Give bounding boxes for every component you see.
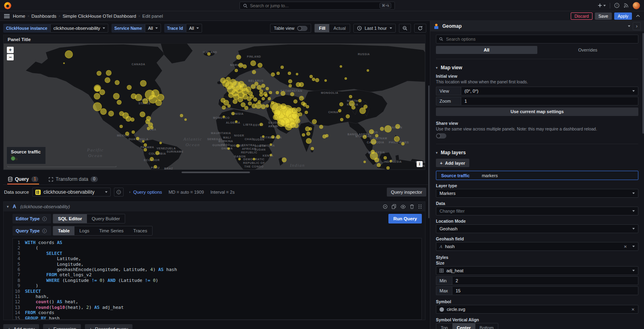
symbol-vertical-align-label: Symbol Vertical Align — [436, 317, 638, 322]
size-field-select[interactable]: adj_heat — [436, 266, 638, 275]
expression-button[interactable]: + Expression — [43, 324, 80, 329]
query-type-logs[interactable]: Logs — [74, 226, 94, 235]
query-row-header[interactable]: ▾ A (clickhouse-observability) — [4, 202, 425, 211]
collapse-chevron-icon[interactable] — [636, 14, 640, 17]
query-type-table[interactable]: Table — [53, 226, 74, 235]
zoom-field-input[interactable]: 1 — [461, 97, 638, 106]
map-marker — [258, 63, 262, 68]
actual-option[interactable]: Actual — [329, 24, 350, 32]
clear-icon[interactable]: ✕ — [624, 244, 627, 249]
layer-type-select[interactable]: Markers — [436, 189, 638, 198]
options-search[interactable] — [436, 35, 638, 43]
map-marker — [140, 80, 147, 87]
map-marker — [394, 136, 400, 142]
variable-value-dropdown[interactable]: clickhouse-observability — [50, 24, 108, 33]
max-input[interactable]: 15 — [452, 286, 638, 295]
sql-code-editor[interactable]: 1WITH coords AS2 (3 SELECT4 Latitude,5 L… — [12, 238, 422, 320]
map-marker — [266, 87, 269, 90]
panel-resize-handle[interactable] — [182, 172, 250, 173]
fill-option[interactable]: Fill — [315, 24, 329, 32]
delete-query-icon[interactable] — [410, 204, 414, 209]
map-marker — [130, 118, 134, 122]
chevron-down-icon[interactable] — [628, 25, 630, 27]
map-zoom-out-button[interactable]: − — [7, 54, 14, 60]
menu-icon[interactable] — [4, 14, 10, 19]
layer-name: Source traffic — [441, 173, 470, 178]
recorded-query-button[interactable]: + Recorded query — [85, 324, 132, 329]
location-mode-select[interactable]: Geohash — [436, 224, 638, 233]
map-view-section-header[interactable]: ▾ Map view — [436, 65, 638, 70]
query-options-label[interactable]: Query options — [133, 190, 162, 195]
run-query-button[interactable]: Run Query — [388, 214, 422, 223]
add-layer-button[interactable]: + Add layer — [436, 159, 469, 167]
grafana-logo-icon[interactable] — [4, 2, 11, 9]
clear-icon[interactable]: ✕ — [632, 307, 635, 312]
map-zoom-in-button[interactable]: + — [7, 47, 14, 53]
user-avatar[interactable] — [633, 2, 640, 9]
add-new-button[interactable] — [598, 3, 606, 8]
news-icon[interactable] — [623, 3, 629, 8]
query-type-time-series[interactable]: Time Series — [94, 226, 128, 235]
min-input[interactable]: 2 — [452, 276, 638, 285]
sidebar-scrollbar[interactable] — [642, 33, 644, 134]
add-query-button[interactable]: + Add query — [3, 324, 39, 329]
refresh-button[interactable] — [414, 24, 426, 33]
valign-center[interactable]: Center — [452, 323, 475, 329]
query-options[interactable]: › Query options — [129, 190, 162, 195]
query-help-icon[interactable] — [383, 204, 388, 209]
discard-button[interactable]: Discard — [571, 12, 592, 20]
breadcrumb-home[interactable]: Home — [13, 14, 25, 19]
zoom-out-time-button[interactable] — [399, 24, 411, 33]
search-input[interactable] — [250, 3, 377, 8]
search-icon — [243, 4, 248, 8]
info-icon[interactable]: i — [42, 229, 47, 233]
disable-query-icon[interactable] — [400, 205, 406, 209]
data-filter-select[interactable]: Change filter — [436, 207, 638, 215]
datasource-help-button[interactable]: ? — [114, 188, 124, 197]
map-marker — [236, 144, 239, 147]
layer-row-source-traffic[interactable]: Source traffic markers — [436, 171, 638, 180]
map-marker — [312, 119, 317, 124]
time-range-picker[interactable]: Last 1 hour — [353, 24, 396, 33]
options-search-input[interactable] — [446, 37, 635, 41]
symbol-select[interactable]: circle.svg ✕ — [436, 305, 638, 314]
collapse-query-icon[interactable]: ▾ — [7, 205, 9, 209]
duplicate-query-icon[interactable] — [392, 204, 396, 209]
breadcrumb-dashboard-name[interactable]: Simple ClickHouse OTel Dashboard — [62, 14, 136, 19]
geomap-canvas[interactable]: + − Source traffic i CANADARUSSIAUNITED … — [4, 43, 425, 170]
apply-button[interactable]: Apply — [614, 12, 632, 20]
save-button[interactable]: Save — [595, 12, 612, 20]
query-inspector-button[interactable]: Query inspector — [387, 188, 426, 197]
use-current-map-settings-button[interactable]: Use current map settings — [436, 108, 638, 116]
panel-title[interactable]: Panel Title — [4, 35, 425, 43]
chevron-down-icon — [632, 192, 635, 194]
tab-all[interactable]: All — [436, 46, 537, 54]
info-icon[interactable]: i — [42, 217, 47, 221]
collapse-pane-button[interactable]: › — [633, 22, 641, 30]
query-ref-id: A — [13, 204, 17, 209]
valign-top[interactable]: Top — [436, 323, 452, 329]
map-attribution-button[interactable]: i — [417, 161, 423, 167]
table-view-switch[interactable] — [297, 26, 308, 31]
sql-editor-option[interactable]: SQL Editor — [53, 214, 87, 223]
datasource-label: Data source — [4, 190, 29, 195]
share-view-switch[interactable] — [436, 133, 446, 139]
view-field-select[interactable]: (0°, 0°) — [461, 87, 638, 95]
global-search[interactable]: ⌘+k — [239, 2, 395, 10]
tab-transform-data[interactable]: Transform data 0 — [48, 175, 98, 184]
table-view-toggle[interactable]: Table view — [270, 24, 311, 33]
breadcrumb-dashboards[interactable]: Dashboards — [31, 14, 56, 19]
map-layers-section-header[interactable]: ▾ Map layers — [436, 150, 638, 155]
datasource-select[interactable]: clickhouse-observability — [32, 188, 111, 197]
map-marker — [281, 91, 285, 96]
valign-bottom[interactable]: Bottom — [475, 323, 498, 329]
drag-handle-icon[interactable] — [418, 204, 422, 209]
variable-value-dropdown[interactable]: All — [145, 24, 161, 33]
geohash-field-select[interactable]: A hash ✕ — [436, 242, 638, 251]
help-icon[interactable]: ? — [614, 3, 619, 8]
query-type-traces[interactable]: Traces — [128, 226, 152, 235]
query-builder-option[interactable]: Query Builder — [87, 214, 125, 223]
tab-query[interactable]: Query 1 — [7, 175, 39, 184]
variable-value-dropdown[interactable]: All — [186, 24, 202, 33]
tab-overrides[interactable]: Overrides — [537, 46, 639, 54]
